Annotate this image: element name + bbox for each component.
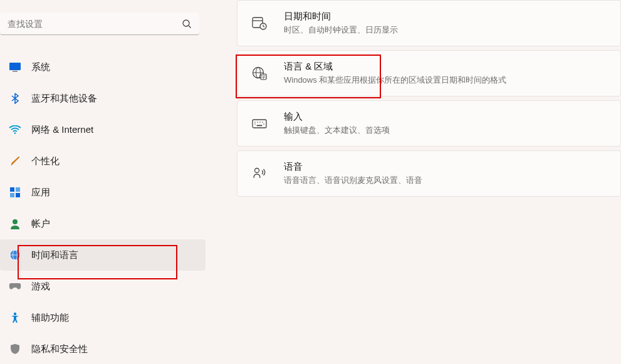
svg-point-29 [262,122,263,123]
svg-point-14 [14,313,16,315]
nav-item-accessibility[interactable]: 辅助功能 [0,302,206,333]
person-icon [9,217,21,230]
nav-item-network[interactable]: 网络 & Internet [0,114,206,145]
nav-label: 游戏 [31,281,50,293]
sidebar: 系统 蓝牙和其他设备 网络 & Internet 个性化 应用 [0,0,207,364]
shield-icon [9,343,21,355]
svg-rect-3 [13,71,18,72]
svg-point-31 [263,123,264,125]
card-title: 日期和时间 [284,11,398,23]
svg-text:字: 字 [261,75,266,79]
svg-rect-32 [257,125,263,127]
svg-rect-25 [253,120,266,128]
card-title: 语音 [284,161,422,173]
bluetooth-icon [9,92,21,105]
gamepad-icon [9,280,21,293]
svg-line-1 [189,26,191,28]
nav-label: 隐私和安全性 [31,343,88,355]
brush-icon [9,155,21,167]
card-title: 语言 & 区域 [284,61,506,73]
nav-item-bluetooth[interactable]: 蓝牙和其他设备 [0,83,206,114]
nav-list: 系统 蓝牙和其他设备 网络 & Internet 个性化 应用 [0,48,207,364]
system-icon [9,61,21,73]
nav-label: 系统 [31,61,50,73]
nav-item-personalization[interactable]: 个性化 [0,145,206,177]
nav-label: 应用 [31,187,50,199]
calendar-clock-icon [251,15,268,31]
svg-point-0 [183,20,189,26]
nav-label: 帐户 [31,218,50,230]
card-text: 语音 语音语言、语音识别麦克风设置、语音 [284,161,422,186]
card-title: 输入 [284,111,390,123]
card-speech[interactable]: 语音 语音语言、语音识别麦克风设置、语音 [237,150,621,197]
card-subtitle: Windows 和某些应用根据你所在的区域设置日期和时间的格式 [284,75,506,86]
search-icon [182,19,192,29]
nav-item-time-language[interactable]: 时间和语言 [0,239,206,271]
nav-label: 时间和语言 [31,249,78,261]
svg-rect-5 [10,187,14,192]
search-wrap [0,13,207,48]
nav-label: 蓝牙和其他设备 [31,93,97,105]
search-box[interactable] [0,13,199,35]
card-text: 日期和时间 时区、自动时钟设置、日历显示 [284,11,398,36]
globe-clock-icon [9,249,21,261]
card-text: 输入 触摸键盘、文本建议、首选项 [284,111,390,136]
nav-item-privacy[interactable]: 隐私和安全性 [0,333,206,364]
card-typing[interactable]: 输入 触摸键盘、文本建议、首选项 [237,100,621,147]
card-language-region[interactable]: 字 语言 & 区域 Windows 和某些应用根据你所在的区域设置日期和时间的格… [237,50,621,96]
svg-rect-2 [9,63,21,70]
main-content: 日期和时间 时区、自动时钟设置、日历显示 字 语言 & 区域 Windows 和… [207,0,621,364]
nav-label: 网络 & Internet [31,124,93,136]
nav-item-gaming[interactable]: 游戏 [0,271,206,302]
svg-point-26 [254,122,256,123]
apps-icon [9,186,21,199]
keyboard-icon [251,115,268,132]
search-input[interactable] [8,19,182,29]
card-subtitle: 触摸键盘、文本建议、首选项 [284,125,390,136]
card-text: 语言 & 区域 Windows 和某些应用根据你所在的区域设置日期和时间的格式 [284,61,506,86]
speech-icon [251,165,268,182]
svg-rect-6 [16,187,20,192]
svg-point-28 [259,122,261,123]
svg-rect-7 [10,193,14,197]
svg-point-4 [14,132,16,134]
nav-label: 个性化 [31,155,60,167]
nav-item-system[interactable]: 系统 [0,51,206,83]
svg-point-33 [255,169,259,173]
nav-item-apps[interactable]: 应用 [0,177,206,208]
svg-point-9 [13,219,18,224]
card-date-time[interactable]: 日期和时间 时区、自动时钟设置、日历显示 [237,0,621,46]
globe-lang-icon: 字 [251,65,268,81]
svg-point-27 [257,122,258,123]
card-subtitle: 语音语言、语音识别麦克风设置、语音 [284,175,422,186]
nav-label: 辅助功能 [31,312,69,324]
nav-item-accounts[interactable]: 帐户 [0,208,206,239]
svg-rect-8 [16,193,20,197]
wifi-icon [9,123,21,136]
svg-point-30 [254,123,256,125]
accessibility-icon [9,311,21,324]
card-subtitle: 时区、自动时钟设置、日历显示 [284,24,398,36]
